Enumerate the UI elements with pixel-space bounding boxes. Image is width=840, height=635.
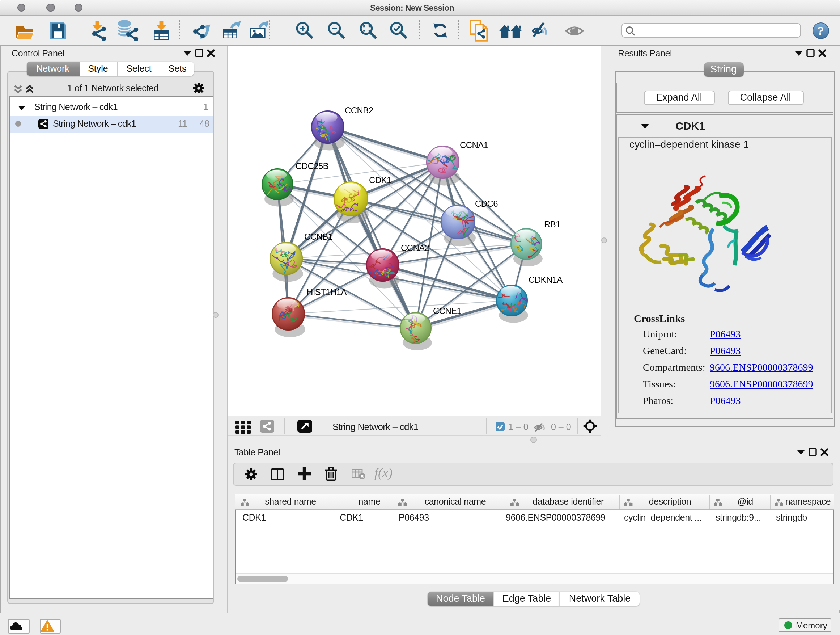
svg-text:CCNA1: CCNA1 (459, 140, 488, 149)
svg-text:CDK1: CDK1 (369, 175, 391, 185)
svg-text:CCNB2: CCNB2 (344, 105, 373, 115)
svg-text:CCNB1: CCNB1 (304, 231, 332, 241)
svg-text:CCNE1: CCNE1 (433, 306, 461, 315)
svg-text:RB1: RB1 (544, 219, 560, 229)
svg-text:CCNA2: CCNA2 (401, 242, 429, 252)
svg-text:CDKN1A: CDKN1A (528, 274, 562, 284)
svg-text:HIST1H1A: HIST1H1A (306, 287, 346, 296)
svg-text:CDC6: CDC6 (475, 198, 497, 208)
svg-text:CDC25B: CDC25B (295, 161, 328, 171)
